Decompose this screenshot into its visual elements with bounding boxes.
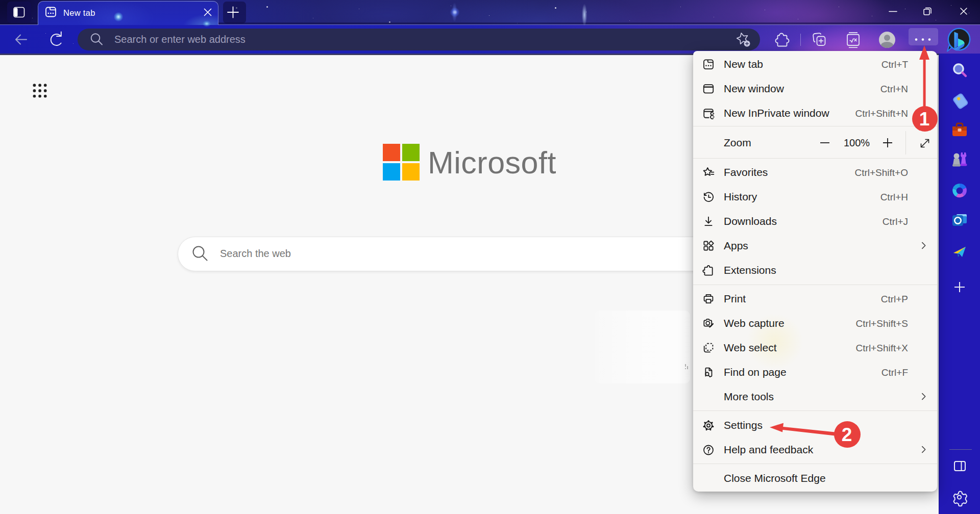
svg-text:1: 1	[919, 109, 930, 130]
svg-text:2: 2	[842, 424, 852, 445]
